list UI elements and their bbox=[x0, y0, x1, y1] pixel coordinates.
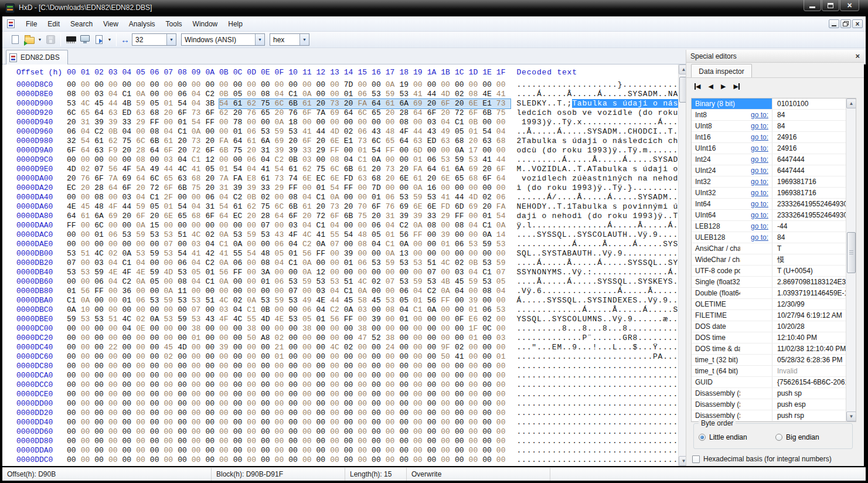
hex-byte[interactable]: 01 bbox=[192, 334, 206, 343]
hex-byte[interactable]: 41 bbox=[302, 127, 316, 137]
hex-byte[interactable]: 00 bbox=[108, 80, 122, 90]
hex-byte[interactable]: C1 bbox=[386, 240, 400, 249]
hex-byte[interactable]: 00 bbox=[67, 240, 81, 249]
hex-byte[interactable]: 00 bbox=[482, 455, 496, 465]
hex-byte[interactable]: 00 bbox=[358, 249, 372, 258]
hex-byte[interactable]: 00 bbox=[178, 352, 192, 362]
hex-byte[interactable]: 00 bbox=[275, 380, 289, 390]
hex-byte[interactable]: 20 bbox=[205, 137, 219, 146]
hex-row[interactable]: 0000DCE000000000000000000000000000000000… bbox=[2, 390, 678, 399]
hex-byte[interactable]: 00 bbox=[482, 80, 496, 90]
hex-byte[interactable]: 00 bbox=[219, 221, 233, 230]
hex-byte[interactable]: 02 bbox=[205, 230, 219, 240]
hex-byte[interactable]: 00 bbox=[122, 352, 137, 362]
hex-byte[interactable]: FA bbox=[233, 174, 247, 183]
hex-row[interactable]: 0000DAC00000010653595353514C020A53595343… bbox=[2, 230, 678, 240]
decoded-text[interactable]: ledcích osob ve vozidle (do roku bbox=[517, 108, 679, 118]
hex-byte[interactable]: 08 bbox=[136, 155, 150, 165]
hex-byte[interactable]: 12 bbox=[316, 268, 331, 277]
hex-byte[interactable]: 00 bbox=[164, 80, 178, 90]
hex-byte[interactable]: 05 bbox=[205, 165, 219, 174]
hex-byte[interactable]: 08 bbox=[150, 127, 164, 137]
inspector-value[interactable]: 12:10:40 PM bbox=[772, 332, 856, 343]
hex-byte[interactable]: C2 bbox=[427, 287, 441, 296]
hex-byte[interactable]: 00 bbox=[136, 287, 150, 296]
hex-byte[interactable]: 73 bbox=[330, 202, 344, 212]
hex-byte[interactable]: 00 bbox=[302, 362, 316, 371]
hex-byte[interactable]: 00 bbox=[178, 80, 192, 90]
hex-byte[interactable]: 65 bbox=[81, 108, 95, 118]
hex-byte[interactable]: 00 bbox=[192, 427, 206, 437]
hex-byte[interactable]: 6B bbox=[482, 108, 496, 118]
hex-byte[interactable]: 0B bbox=[261, 305, 275, 315]
hex-byte[interactable]: 53 bbox=[441, 155, 455, 165]
hex-byte[interactable]: 00 bbox=[150, 90, 164, 99]
hex-byte[interactable]: 00 bbox=[150, 390, 164, 399]
hex-byte[interactable]: 64 bbox=[399, 137, 413, 146]
hex-byte[interactable]: 00 bbox=[372, 343, 386, 352]
hex-byte[interactable]: 00 bbox=[233, 437, 247, 446]
hex-byte[interactable]: 00 bbox=[441, 221, 455, 230]
hex-byte[interactable]: 00 bbox=[399, 371, 413, 380]
hex-byte[interactable]: 00 bbox=[413, 240, 427, 249]
hex-byte[interactable]: 00 bbox=[344, 324, 358, 334]
hex-byte[interactable]: 00 bbox=[219, 80, 233, 90]
hex-byte[interactable]: 61 bbox=[288, 165, 302, 174]
hex-byte[interactable]: 00 bbox=[302, 455, 316, 465]
hex-byte[interactable]: 00 bbox=[261, 427, 275, 437]
hex-byte[interactable]: 00 bbox=[81, 399, 95, 409]
hex-byte[interactable]: 53 bbox=[288, 296, 302, 305]
hex-byte[interactable]: 00 bbox=[247, 446, 261, 455]
hex-byte[interactable]: 00 bbox=[302, 352, 316, 362]
hex-byte[interactable]: 00 bbox=[122, 343, 137, 352]
hex-byte[interactable]: 00 bbox=[441, 249, 455, 258]
hex-byte[interactable]: 72 bbox=[150, 183, 164, 193]
hex-byte[interactable]: 0A bbox=[386, 249, 400, 258]
hex-byte[interactable]: 00 bbox=[247, 437, 261, 446]
hex-byte[interactable]: 00 bbox=[344, 427, 358, 437]
hex-byte[interactable]: 51 bbox=[205, 296, 219, 305]
hex-byte[interactable]: 00 bbox=[413, 334, 427, 343]
hex-byte[interactable]: 08 bbox=[482, 287, 496, 296]
hex-byte[interactable]: 53 bbox=[261, 230, 275, 240]
hex-row[interactable]: 0000DC200000000000000000000100000050A802… bbox=[2, 334, 678, 343]
hex-byte[interactable]: 00 bbox=[399, 390, 413, 399]
hex-byte[interactable]: 00 bbox=[330, 90, 344, 99]
hex-byte[interactable]: 6B bbox=[219, 146, 233, 155]
menu-item-search[interactable]: Search bbox=[65, 17, 98, 31]
hex-byte[interactable]: 00 bbox=[94, 362, 108, 371]
hex-byte[interactable]: 00 bbox=[150, 305, 164, 315]
decoded-text[interactable]: ................................ bbox=[517, 455, 679, 465]
hex-byte[interactable]: 39 bbox=[441, 230, 455, 240]
hex-byte[interactable]: 73 bbox=[330, 99, 344, 108]
hex-byte[interactable]: 7A bbox=[108, 174, 122, 183]
hex-byte[interactable]: 00 bbox=[413, 249, 427, 258]
decoded-text[interactable]: ......Á/....Â.....Á.....SYSADM.. bbox=[517, 193, 679, 202]
hex-byte[interactable]: 00 bbox=[302, 399, 316, 409]
hex-byte[interactable]: FD bbox=[441, 202, 455, 212]
goto-link[interactable]: go to: bbox=[751, 222, 768, 230]
hex-byte[interactable]: 00 bbox=[413, 399, 427, 409]
hex-row[interactable]: 0000D900534C45444B59050154043B546162756C… bbox=[2, 99, 678, 108]
hex-byte[interactable]: 00 bbox=[441, 146, 455, 155]
hex-byte[interactable]: 0A bbox=[136, 221, 150, 230]
hex-byte[interactable]: 00 bbox=[358, 418, 372, 427]
hex-byte[interactable]: 45 bbox=[455, 277, 469, 287]
hex-byte[interactable]: 00 bbox=[288, 334, 302, 343]
hex-byte[interactable]: 00 bbox=[150, 427, 164, 437]
decoded-text[interactable]: SSYNONYMS..Vÿ.:...............Á. bbox=[517, 268, 679, 277]
hex-byte[interactable]: 01 bbox=[178, 118, 192, 127]
hex-byte[interactable]: 00 bbox=[358, 183, 372, 193]
hex-byte[interactable]: 04 bbox=[372, 240, 386, 249]
hex-byte[interactable]: 08 bbox=[261, 90, 275, 99]
hex-byte[interactable]: 00 bbox=[496, 399, 510, 409]
hex-byte[interactable]: 00 bbox=[178, 427, 192, 437]
hex-byte[interactable]: 00 bbox=[150, 287, 164, 296]
inspector-value[interactable]: 2333264195524649300 bbox=[772, 199, 856, 209]
hex-byte[interactable]: 00 bbox=[441, 183, 455, 193]
hex-byte[interactable]: 00 bbox=[275, 80, 289, 90]
hex-byte[interactable]: 00 bbox=[358, 268, 372, 277]
hex-byte[interactable]: 02 bbox=[455, 90, 469, 99]
hex-byte[interactable]: 28 bbox=[261, 212, 275, 221]
hex-byte[interactable]: 00 bbox=[316, 446, 331, 455]
